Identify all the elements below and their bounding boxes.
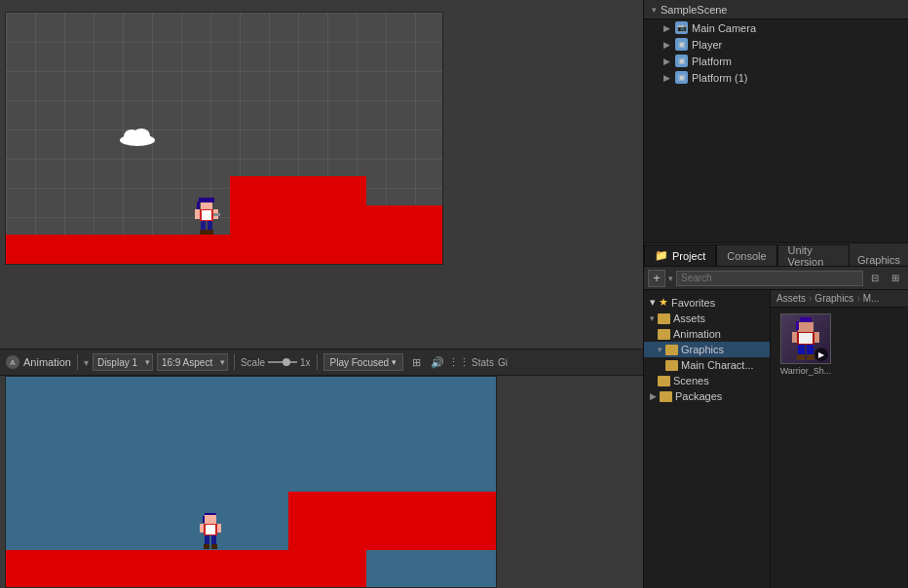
tree-item-graphics[interactable]: ▾ Graphics bbox=[644, 342, 770, 357]
cube-icon-camera: 📷 bbox=[675, 21, 688, 34]
layout-list-button[interactable]: ⊟ bbox=[866, 270, 884, 287]
asset-label-warrior: Warrior_Sh... bbox=[780, 366, 832, 376]
cube-icon-platform: ▣ bbox=[675, 55, 688, 67]
breadcrumb-bar: Assets › Graphics › M... bbox=[771, 290, 908, 308]
animation-tab: A Animation bbox=[6, 355, 71, 369]
tree-item-main-charact[interactable]: Main Charact... bbox=[644, 357, 770, 373]
project-tree: ▾ ★ Favorites ▾ Assets Animation ▾ Graph… bbox=[644, 290, 771, 588]
tab-console[interactable]: Console bbox=[716, 244, 776, 266]
svg-rect-25 bbox=[211, 544, 217, 549]
layout-grid-button[interactable]: ⊞ bbox=[887, 270, 904, 287]
hierarchy-section: ▾ SampleScene ▶ 📷 Main Camera ▶ ▣ Player… bbox=[644, 0, 908, 243]
svg-point-2 bbox=[132, 129, 150, 142]
asset-grid: ▶ Warrior_Sh... bbox=[771, 308, 908, 588]
svg-rect-19 bbox=[206, 525, 215, 534]
scene-platform-bottom bbox=[6, 235, 337, 264]
scale-control: Scale 1x bbox=[241, 357, 311, 368]
asset-panel: Assets › Graphics › M... bbox=[771, 290, 908, 588]
animation-tab-icon: A bbox=[6, 355, 19, 369]
folder-icon-packages bbox=[660, 391, 672, 402]
svg-rect-32 bbox=[814, 332, 819, 343]
hierarchy-item-player[interactable]: ▶ ▣ Player bbox=[644, 36, 908, 53]
screen-icon-button[interactable]: ⊞ bbox=[407, 353, 425, 371]
tree-item-assets[interactable]: ▾ Assets bbox=[644, 311, 770, 326]
hierarchy-label-platform1: Platform (1) bbox=[692, 72, 747, 84]
scene-character bbox=[193, 198, 220, 235]
svg-rect-30 bbox=[799, 333, 813, 344]
add-asset-button[interactable]: + bbox=[648, 270, 665, 287]
asset-item-warrior[interactable]: ▶ Warrior_Sh... bbox=[776, 313, 835, 376]
svg-rect-22 bbox=[205, 535, 209, 545]
arrow-icon-player: ▶ bbox=[663, 40, 671, 50]
tab-unity-version-label: Unity Version bbox=[788, 244, 839, 268]
svg-rect-5 bbox=[197, 202, 200, 209]
animation-tab-label: Animation bbox=[23, 356, 71, 368]
graphics-tab[interactable]: Graphics bbox=[850, 254, 908, 266]
separator-2 bbox=[234, 354, 235, 370]
tab-unity-version[interactable]: Unity Version bbox=[777, 244, 850, 266]
scene-platform-right bbox=[308, 205, 443, 264]
svg-rect-14 bbox=[213, 213, 220, 216]
svg-rect-8 bbox=[195, 209, 200, 219]
tree-label-assets: Assets bbox=[673, 312, 705, 324]
folder-icon-graphics bbox=[665, 345, 678, 355]
play-focused-button[interactable]: Play Focused ▾ bbox=[323, 353, 404, 371]
favorites-section: ▾ ★ Favorites bbox=[644, 294, 770, 311]
aspect-select[interactable]: 16:9 Aspect bbox=[157, 353, 228, 371]
tab-project-label: Project bbox=[672, 250, 705, 262]
grid-icon-button[interactable]: ⋮⋮ bbox=[450, 353, 468, 371]
folder-icon-assets bbox=[658, 313, 670, 324]
tab-console-label: Console bbox=[727, 250, 766, 262]
game-platform-bottom bbox=[6, 550, 366, 587]
svg-rect-27 bbox=[798, 322, 813, 332]
favorites-arrow: ▾ bbox=[650, 296, 656, 309]
folder-icon-main-charact bbox=[665, 360, 678, 371]
folder-icon-animation bbox=[658, 329, 670, 340]
tabs-bar: 📁 Project Console Unity Version Graphics bbox=[644, 243, 908, 267]
tree-arrow-graphics: ▾ bbox=[658, 345, 662, 354]
left-panel: A Animation ▾ Display 1 16:9 Aspect Scal… bbox=[0, 0, 643, 588]
breadcrumb-m: M... bbox=[863, 293, 880, 304]
svg-rect-10 bbox=[201, 221, 206, 231]
hierarchy-item-platform1[interactable]: ▶ ▣ Platform (1) bbox=[644, 69, 908, 86]
tree-arrow-assets: ▾ bbox=[650, 313, 655, 323]
play-overlay-warrior: ▶ bbox=[814, 348, 828, 361]
tree-label-animation: Animation bbox=[673, 328, 721, 340]
project-search-input[interactable] bbox=[676, 271, 863, 286]
aspect-dropdown-wrap[interactable]: 16:9 Aspect bbox=[157, 353, 228, 371]
svg-rect-24 bbox=[204, 544, 209, 549]
arrow-icon: ▶ bbox=[663, 23, 671, 33]
audio-icon-button[interactable]: 🔊 bbox=[429, 353, 446, 371]
svg-rect-31 bbox=[792, 332, 797, 343]
game-view bbox=[0, 376, 643, 588]
expand-arrow[interactable]: ▾ bbox=[84, 357, 89, 368]
svg-rect-28 bbox=[796, 321, 799, 330]
tree-arrow-packages: ▶ bbox=[650, 391, 657, 401]
separator-3 bbox=[317, 354, 318, 370]
hierarchy-arrow: ▾ bbox=[652, 5, 657, 15]
asset-thumbnail-warrior: ▶ bbox=[780, 313, 831, 364]
game-character bbox=[199, 513, 222, 550]
tab-project[interactable]: 📁 Project bbox=[644, 244, 716, 266]
svg-rect-13 bbox=[207, 230, 213, 235]
hierarchy-label-player: Player bbox=[692, 39, 722, 51]
project-content: ▾ ★ Favorites ▾ Assets Animation ▾ Graph… bbox=[644, 290, 908, 588]
hierarchy-item-main-camera[interactable]: ▶ 📷 Main Camera bbox=[644, 19, 908, 36]
star-icon: ★ bbox=[659, 296, 668, 309]
tree-label-packages: Packages bbox=[675, 390, 722, 402]
play-focused-arrow: ▾ bbox=[392, 357, 397, 367]
arrow-icon-platform: ▶ bbox=[663, 56, 671, 66]
play-focused-label: Play Focused bbox=[330, 357, 390, 368]
hierarchy-item-platform[interactable]: ▶ ▣ Platform bbox=[644, 53, 908, 69]
scene-toolbar: A Animation ▾ Display 1 16:9 Aspect Scal… bbox=[0, 349, 643, 376]
tree-item-animation[interactable]: Animation bbox=[644, 326, 770, 342]
scale-slider[interactable] bbox=[268, 361, 297, 363]
tree-item-packages[interactable]: ▶ Packages bbox=[644, 388, 770, 404]
project-toolbar: + ▾ ⊟ ⊞ bbox=[644, 267, 908, 290]
display-select[interactable]: Display 1 bbox=[93, 353, 153, 371]
folder-icon-scenes bbox=[658, 376, 670, 386]
display-dropdown-wrap[interactable]: Display 1 bbox=[93, 353, 153, 371]
breadcrumb-assets: Assets bbox=[776, 293, 806, 304]
tree-item-scenes[interactable]: Scenes bbox=[644, 373, 770, 388]
scene-canvas bbox=[5, 12, 443, 265]
